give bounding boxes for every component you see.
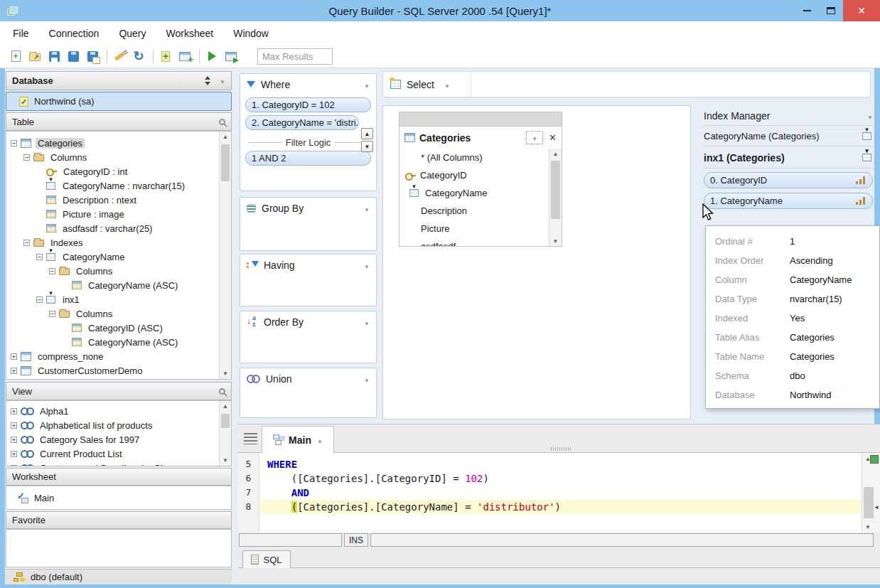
add-table-button[interactable]: [176, 48, 193, 65]
save-all-button[interactable]: [84, 48, 101, 65]
view-item[interactable]: +Alpha1: [6, 404, 231, 418]
view-item[interactable]: +Customer and Suppliers by City: [6, 461, 231, 466]
scrollbar-thumb[interactable]: [221, 414, 230, 428]
tree-item[interactable]: −Indexes: [6, 235, 231, 250]
max-results-input[interactable]: [257, 48, 333, 65]
tree-item[interactable]: +CustomerCustomerDemo: [6, 363, 231, 378]
splitter-handle[interactable]: [551, 447, 571, 451]
view-list-scrollbar[interactable]: ▲ ▼: [219, 401, 231, 466]
collapse-icon[interactable]: −: [11, 140, 17, 146]
save-button[interactable]: [45, 48, 63, 65]
group-by-dropdown-icon[interactable]: [364, 203, 370, 214]
table-card-scrollbar[interactable]: ▲ ▼: [549, 149, 562, 247]
tree-item[interactable]: −CategoryName (ASC): [6, 335, 231, 349]
save-as-button[interactable]: [65, 48, 82, 65]
scroll-up-button[interactable]: ▲: [220, 132, 231, 142]
view-item[interactable]: +Category Sales for 1997: [6, 432, 231, 447]
tree-item[interactable]: −Columns: [6, 264, 231, 278]
sql-editor[interactable]: 5 6 7 8 WHERE ([Categories].[CategoryID]…: [238, 453, 880, 533]
tree-item[interactable]: −asdfasdf : varchar(25): [6, 221, 231, 235]
column-row[interactable]: CategoryID: [399, 166, 562, 184]
expand-icon[interactable]: +: [11, 422, 17, 429]
refresh-button[interactable]: [130, 48, 147, 65]
group-by-panel-header[interactable]: Group By: [240, 198, 376, 218]
having-dropdown-icon[interactable]: [364, 260, 370, 271]
code-area[interactable]: WHERE ([Categories].[CategoryID] = 102) …: [260, 453, 862, 533]
where-condition-1[interactable]: 1. CategoryID = 102: [245, 97, 371, 112]
open-button[interactable]: [26, 48, 43, 65]
maximize-button[interactable]: [819, 0, 843, 21]
where-panel-header[interactable]: Where: [240, 74, 376, 95]
scroll-down-button[interactable]: ▼: [220, 455, 231, 466]
scroll-up-button[interactable]: ▲: [220, 401, 231, 412]
table-options-button[interactable]: [526, 131, 543, 144]
tree-item[interactable]: −Columns: [6, 150, 231, 164]
add-query-button[interactable]: [157, 48, 174, 65]
union-panel-header[interactable]: Union: [240, 368, 376, 389]
table-close-icon[interactable]: ✕: [549, 132, 557, 143]
menu-connection[interactable]: Connection: [49, 28, 100, 39]
union-dropdown-icon[interactable]: [364, 373, 370, 385]
scroll-down-button[interactable]: ▼: [862, 521, 874, 533]
condition-scroll-up-button[interactable]: ▲: [361, 128, 373, 139]
sort-updown-icon[interactable]: [205, 76, 211, 85]
tree-item[interactable]: −CategoryName (ASC): [6, 278, 231, 292]
connect-button[interactable]: [111, 48, 128, 65]
collapse-icon[interactable]: −: [36, 296, 43, 303]
collapse-icon[interactable]: −: [23, 154, 30, 161]
scroll-down-button[interactable]: ▼: [549, 236, 562, 247]
menu-query[interactable]: Query: [119, 28, 146, 39]
table-tree-scrollbar[interactable]: ▲ ▼: [219, 132, 231, 379]
column-row[interactable]: Description: [399, 202, 562, 220]
new-worksheet-button[interactable]: [7, 48, 24, 65]
index-manager-header[interactable]: Index Manager: [704, 107, 873, 126]
menu-worksheet[interactable]: Worksheet: [166, 28, 214, 39]
tree-item[interactable]: −Description : ntext: [6, 193, 231, 207]
worksheet-section-header[interactable]: Worksheet: [6, 468, 232, 486]
collapse-icon[interactable]: −: [36, 254, 43, 260]
database-item-northwind[interactable]: Northwind (sa): [6, 92, 232, 111]
table-search-icon[interactable]: [219, 119, 225, 125]
database-dropdown-icon[interactable]: [220, 75, 225, 86]
having-panel-header[interactable]: Having: [240, 255, 376, 275]
index-row-inx1[interactable]: inx1 (Categories): [704, 147, 873, 169]
scroll-down-button[interactable]: ▼: [220, 368, 231, 379]
scrollbar-thumb[interactable]: [551, 161, 560, 219]
database-section-header[interactable]: Database: [6, 71, 232, 90]
order-by-dropdown-icon[interactable]: [364, 316, 370, 328]
index-column-0[interactable]: 0. CategoryID: [704, 172, 873, 188]
index-row-categoryname[interactable]: CategoryName (Categories): [704, 127, 873, 146]
tree-item[interactable]: −Picture : image: [6, 207, 231, 221]
tree-item[interactable]: +compress_none: [6, 349, 231, 363]
split-handle-button[interactable]: [870, 455, 879, 464]
table-card-grip[interactable]: [399, 112, 562, 127]
worksheet-item-main[interactable]: Main: [34, 493, 54, 503]
query-diagram-canvas[interactable]: Categories ✕ * (All Columns) CategoryID …: [382, 105, 691, 419]
tree-item[interactable]: −inx1: [6, 292, 231, 306]
table-card-header[interactable]: Categories ✕: [399, 127, 562, 149]
select-tab[interactable]: Select: [383, 72, 471, 97]
tree-item[interactable]: −Categories: [6, 136, 231, 150]
favorite-section-header[interactable]: Favorite: [6, 511, 232, 529]
categories-table-card[interactable]: Categories ✕ * (All Columns) CategoryID …: [399, 112, 562, 247]
expand-icon[interactable]: +: [11, 437, 17, 443]
editor-scrollbar[interactable]: ▲ ◄ ▼: [862, 453, 880, 533]
expand-icon[interactable]: +: [11, 451, 17, 457]
sql-tab[interactable]: SQL: [242, 550, 291, 568]
menu-window[interactable]: Window: [233, 28, 269, 39]
condition-scroll-down-button[interactable]: ▼: [361, 141, 373, 152]
select-dropdown-icon[interactable]: [444, 79, 450, 90]
expand-icon[interactable]: +: [11, 408, 17, 415]
tree-item[interactable]: −Columns: [6, 306, 231, 321]
where-condition-2[interactable]: 2. CategoryName = 'distri...: [245, 115, 359, 130]
scrollbar-thumb[interactable]: [864, 487, 874, 518]
expand-icon[interactable]: +: [11, 465, 17, 467]
worksheet-tab-main[interactable]: Main: [262, 426, 334, 453]
table-section-header[interactable]: Table: [6, 112, 232, 131]
tree-item[interactable]: −CategoryID (ASC): [6, 321, 231, 335]
minimize-button[interactable]: [795, 0, 819, 21]
order-by-panel-header[interactable]: Order By: [240, 311, 376, 332]
view-section-header[interactable]: View: [6, 382, 232, 400]
tree-item[interactable]: −CategoryID : int: [6, 164, 231, 178]
view-item[interactable]: +Current Product List: [6, 447, 231, 461]
